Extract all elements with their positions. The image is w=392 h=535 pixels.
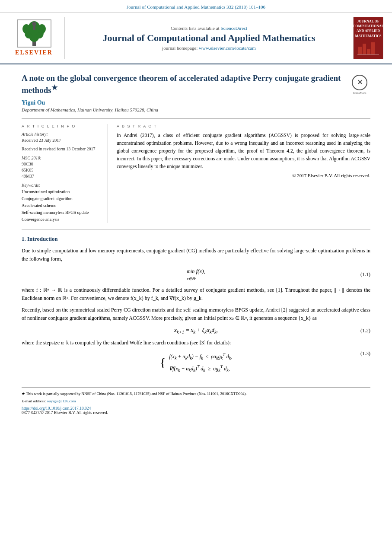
journal-name: Journal of Computational and Applied Mat… (69, 32, 349, 44)
journal-cover-image: JOURNAL OF COMPUTATIONAL AND APPLIED MAT… (353, 17, 383, 59)
msc-codes: 90C3065K0549M37 (22, 161, 101, 179)
eq3-number: (1.3) (360, 350, 370, 357)
email-footnote: E-mail address: ouyigui@126.com (22, 398, 370, 404)
elsevier-logo: ELSEVIER (9, 17, 65, 59)
sciencedirect-label: Contents lists available at ScienceDirec… (69, 25, 349, 31)
eq3-line1: f(xk + αkdk) − fk ≤ ραkgkT dk, (169, 350, 232, 362)
intro-para2: where f : ℝⁿ → ℝ is a continuously diffe… (22, 286, 370, 303)
intro-para4: where the stepsize α_k is computed by th… (22, 339, 370, 347)
crossmark-label: CrossMark (353, 91, 366, 95)
title-star: ★ (51, 84, 57, 91)
affiliation: Department of Mathematics, Hainan Univer… (22, 107, 370, 112)
keywords-label: Keywords: (22, 183, 101, 188)
elsevier-brand-text: ELSEVIER (15, 49, 53, 56)
svg-rect-12 (367, 49, 370, 54)
eq1-content: min f(x), x∈ℝⁿ (187, 268, 205, 282)
msc-label: MSC 2010: (22, 156, 101, 160)
doi-line: https://doi.org/10.1016/j.cam.2017.10.02… (22, 406, 370, 411)
author-name: Yigui Ou (22, 99, 370, 106)
abstract-column: A B S T R A C T In Andrei (2017), a clas… (117, 124, 370, 223)
journal-url-link[interactable]: www.elsevier.com/locate/cam (199, 45, 256, 51)
received-revised-date: Received in revised form 13 October 2017 (22, 146, 101, 152)
svg-rect-13 (371, 42, 375, 54)
article-title: A note on the global convergence theorem… (22, 73, 349, 96)
abstract-text: In Andrei (2017), a class of efficient c… (117, 132, 370, 170)
doi-link[interactable]: https://doi.org/10.1016/j.cam.2017.10.02… (22, 406, 91, 411)
equation-1-3: { f(xk + αkdk) − fk ≤ ραkgkT dk, ∇f(xk +… (22, 350, 370, 374)
svg-point-6 (38, 24, 46, 34)
svg-point-7 (32, 22, 36, 26)
article-title-section: A note on the global convergence theorem… (22, 73, 370, 96)
article-info-abstract: A R T I C L E I N F O Article history: R… (22, 118, 370, 223)
issn-line: 0377-0427/© 2017 Elsevier B.V. All right… (22, 411, 370, 415)
introduction-section: 1. Introduction Due to simple computatio… (22, 229, 370, 374)
journal-reference-bar: Journal of Computational and Applied Mat… (0, 0, 392, 13)
svg-rect-10 (358, 47, 362, 54)
crossmark-icon: ✕ (352, 75, 367, 90)
equation-1-1: min f(x), x∈ℝⁿ (1.1) (22, 268, 370, 282)
journal-reference-link[interactable]: Journal of Computational and Applied Mat… (127, 4, 265, 10)
received-date: Received 23 July 2017 (22, 137, 101, 143)
svg-rect-11 (363, 44, 366, 54)
intro-para3: Recently, based on the symmetrical scale… (22, 306, 370, 322)
eq1-number: (1.1) (360, 271, 370, 278)
intro-para1: Due to simple computation and low memory… (22, 247, 370, 263)
svg-point-5 (22, 24, 30, 34)
email-link[interactable]: ouyigui@126.com (47, 399, 76, 403)
keyword-1: Unconstrained optimization (22, 188, 101, 195)
journal-homepage: journal homepage: www.elsevier.com/locat… (69, 45, 349, 51)
journal-title-block: Contents lists available at ScienceDirec… (69, 17, 349, 59)
eq2-number: (1.2) (360, 328, 370, 334)
equation-1-2: xk+1 = xk + ξkαkdk, (1.2) (22, 327, 370, 334)
copyright-notice: © 2017 Elsevier B.V. All rights reserved… (117, 173, 370, 178)
crossmark-badge: ✕ CrossMark (349, 75, 370, 95)
keyword-3: Accelerated scheme (22, 202, 101, 209)
sciencedirect-link[interactable]: ScienceDirect (220, 25, 247, 31)
journal-header: ELSEVIER Contents lists available at Sci… (0, 13, 392, 64)
keyword-2: Conjugate gradient algorithm (22, 195, 101, 202)
eq2-content: xk+1 = xk + ξkαkdk, (174, 327, 218, 334)
keywords-section: Keywords: Unconstrained optimization Con… (22, 183, 101, 223)
footnote-area: ★ This work is partially supported by NN… (22, 387, 370, 415)
article-info-column: A R T I C L E I N F O Article history: R… (22, 124, 108, 223)
funding-footnote: ★ This work is partially supported by NN… (22, 391, 370, 397)
abstract-label: A B S T R A C T (117, 124, 370, 128)
page: Journal of Computational and Applied Mat… (0, 0, 392, 535)
svg-rect-8 (33, 25, 35, 30)
eq3-line2: ∇f(xk + αkdk)T dk ≥ σgkT dk, (169, 363, 232, 374)
keyword-5: Convergence analysis (22, 216, 101, 223)
main-content: A note on the global convergence theorem… (0, 64, 392, 424)
section-title: 1. Introduction (22, 236, 370, 242)
journal-cover-text: JOURNAL OF COMPUTATIONAL AND APPLIED MAT… (351, 17, 385, 59)
keyword-4: Self-scaling memoryless BFGS update (22, 209, 101, 216)
article-info-label: A R T I C L E I N F O (22, 124, 101, 128)
article-history-label: Article history: (22, 132, 101, 137)
elsevier-tree-icon (17, 19, 51, 48)
